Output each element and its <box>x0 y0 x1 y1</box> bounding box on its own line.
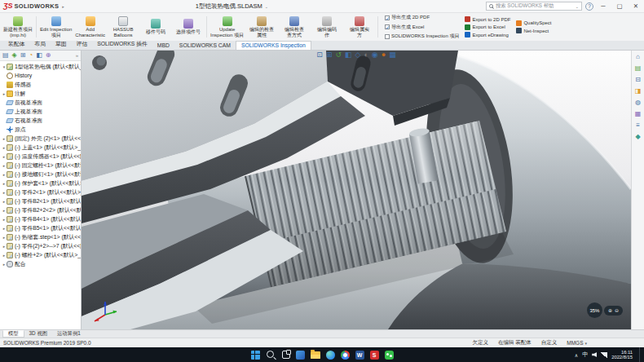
edit-attributes-button[interactable]: 编辑属实方 <box>343 14 376 40</box>
edit-inspection-project-button[interactable]: Edit Inspection项目 <box>38 14 73 40</box>
chevron-down-icon[interactable]: ⌄ <box>265 4 268 9</box>
net-inspect-button[interactable]: Net-Inspect <box>516 28 551 33</box>
maximize-button[interactable]: ▢ <box>613 0 626 12</box>
units-dropdown[interactable]: MMGS▾ <box>567 340 587 346</box>
propertymanager-icon[interactable]: ◈ <box>12 52 17 59</box>
display-style-icon[interactable]: ◐ <box>364 51 368 59</box>
tab-assembly[interactable]: 装配体 <box>3 39 29 50</box>
close-button[interactable]: ✕ <box>629 0 642 12</box>
export-edrawing-button[interactable]: Export eDrawing <box>465 32 510 38</box>
app-logo[interactable]: ƷS SOLIDWORKS ▸ <box>0 2 64 10</box>
update-inspection-project-button[interactable]: UpdateInspection 项目 <box>209 14 245 40</box>
hide-show-items-icon[interactable]: ◉ <box>372 51 378 59</box>
add-characteristic-button[interactable]: AddCharacteristic <box>73 14 107 40</box>
chrome-button[interactable] <box>341 351 350 360</box>
tab-model[interactable]: 模型 <box>2 330 24 338</box>
widgets-button[interactable] <box>296 351 305 360</box>
tree-item-front-plane[interactable]: 前视基准面 <box>0 98 81 107</box>
tree-item-component[interactable]: ▸(-) 零件2<1> (默认<<默认>_显示状态 <box>0 188 81 196</box>
tab-motion-study[interactable]: 运动算例1 <box>52 330 86 338</box>
word-button[interactable]: W <box>355 351 364 360</box>
taskbar-search-button[interactable] <box>266 350 276 360</box>
qualityspect-button[interactable]: QualitySpect <box>516 20 551 26</box>
tree-item-component[interactable]: ▸(-) 温度传感器<1> (默认<<默认>_显 <box>0 152 81 161</box>
tree-item-mates[interactable]: ▸配合 <box>0 259 81 268</box>
file-explorer-icon[interactable]: ⊟ <box>635 77 641 83</box>
tree-item-component[interactable]: ▸(-) 零件(2)+2>-->7 (默认<<默认>_ <box>0 241 81 250</box>
wechat-button[interactable] <box>385 351 394 360</box>
custom-dropdown[interactable]: 自定义 <box>541 339 558 347</box>
ime-indicator[interactable]: 中 <box>582 351 588 359</box>
checkbox-icon[interactable] <box>385 34 390 39</box>
start-button[interactable] <box>251 351 260 360</box>
design-library-icon[interactable]: ▤ <box>635 65 642 72</box>
export-2dpdf-checkbox-row[interactable]: 导出生成 2D PDF <box>385 14 459 21</box>
tab-solidworks-cam[interactable]: SOLIDWORKS CAM <box>174 42 236 50</box>
help-button[interactable]: ? <box>585 2 593 11</box>
tree-item-component[interactable]: ▸(固定) 外壳 (2)<1> (默认<<默认>_显示状 <box>0 134 81 143</box>
edit-inspection-method-button[interactable]: 编辑检查查方式 <box>278 14 311 40</box>
tree-item-component[interactable]: ▸(-) 零件B5<1> (默认<<默认>_显 <box>0 223 81 232</box>
previous-view-icon[interactable]: ↺ <box>335 51 342 59</box>
tree-item-component[interactable]: ▸(-) 固定螺栓<1> (默认<<默认>_显示状 <box>0 161 81 170</box>
tab-mbd[interactable]: MBD <box>152 42 174 50</box>
show-desktop-button[interactable] <box>639 347 642 362</box>
export-to-excel-button[interactable]: Export to Excel <box>465 24 510 30</box>
checkbox-checked-icon[interactable] <box>385 24 390 29</box>
minimize-button[interactable]: ─ <box>597 0 610 12</box>
tree-item-component[interactable]: ▸(-) 零件B2<1> (默认<<默认>_显示 <box>0 196 81 205</box>
export-excel-checkbox-row[interactable]: 导出生成 Excel <box>385 24 459 31</box>
graphics-viewport[interactable]: ⊡ ⊞ ↺ ◧ ◇ ◐ ◉ ● ▦ 35% ⊕ <box>82 51 631 329</box>
displaymanager-icon[interactable]: ◧ <box>36 52 42 59</box>
tree-item-history[interactable]: History <box>0 71 81 80</box>
tree-item-component[interactable]: ▸(-) 零件B4<1> (默认<<默认>_显 <box>0 214 81 223</box>
edit-appearance-icon[interactable]: ● <box>382 51 386 59</box>
tab-layout[interactable]: 布局 <box>29 39 51 50</box>
tree-item-right-plane[interactable]: 右视基准面 <box>0 116 81 125</box>
zoom-fit-icon[interactable]: ⊡ <box>316 51 323 59</box>
zoom-controls[interactable]: ⊕ ⊖ <box>604 306 623 316</box>
network-icon[interactable] <box>601 352 607 358</box>
inspection-manager-icon[interactable]: ⊕ <box>46 52 51 59</box>
tree-root-item[interactable]: ▾1型铠装热电偶 (默认<默认_显示状态-1 <box>0 62 81 71</box>
tree-item-annotations[interactable]: ▸注解 <box>0 89 81 98</box>
custom-properties-icon[interactable]: ≡ <box>636 122 640 129</box>
solidworks-taskbar-button[interactable]: S <box>370 351 379 360</box>
task-view-button[interactable] <box>282 351 290 359</box>
tray-overflow-chevron-icon[interactable]: ∧ <box>575 352 578 358</box>
resources-icon[interactable]: ⌂ <box>636 54 640 60</box>
volume-icon[interactable] <box>592 352 597 357</box>
scenes-icon[interactable]: ▦ <box>635 111 642 117</box>
section-view-icon[interactable]: ◧ <box>345 51 352 59</box>
zoom-out-icon[interactable]: ⊖ <box>615 307 619 313</box>
dimxpertmanager-icon[interactable]: ◔ <box>29 52 33 59</box>
checkbox-checked-icon[interactable] <box>385 15 390 20</box>
tab-evaluate[interactable]: 评估 <box>72 39 93 50</box>
tab-addins[interactable]: SOLIDWORKS 插件 <box>92 39 152 50</box>
tree-item-component[interactable]: ▸(-) 螺栓+2> (默认<<默认>_显示状 <box>0 250 81 259</box>
export-to-2dpdf-button[interactable]: Export to 2D PDF <box>465 16 510 22</box>
tree-item-component[interactable]: ▸(-) 热缩套.step<1> (默认<<默认>_ <box>0 232 81 241</box>
tab-3d-views[interactable]: 3D 视图 <box>24 330 52 338</box>
part-number-button[interactable]: 移件号码 <box>139 14 172 40</box>
apply-scene-icon[interactable]: ▦ <box>389 51 396 59</box>
balloons-button[interactable]: HASSUBBalloons <box>107 14 139 40</box>
file-explorer-button[interactable] <box>311 351 320 359</box>
select-item-button[interactable]: 选择项件号 <box>172 14 205 40</box>
tree-item-component[interactable]: ▸(-) 保护套<1> (默认<<默认>_显示状态 <box>0 179 81 188</box>
search-chevron-icon[interactable]: ⌄ <box>576 4 579 9</box>
tab-solidworks-inspection[interactable]: SOLIDWORKS Inspection <box>236 41 311 50</box>
panel-overflow-chevron-icon[interactable]: » <box>76 53 78 58</box>
tree-item-component[interactable]: ▸(-) 上盖<1> (默认<<默认>_显示状态 <box>0 143 81 152</box>
tree-item-component[interactable]: ▸(-) 零件B2+2<2> (默认<<默认>_显 <box>0 205 81 214</box>
inspection-project-checkbox-row[interactable]: SOLIDWORKS Inspection 项目 <box>385 33 459 40</box>
view-palette-icon[interactable]: ◨ <box>635 88 642 95</box>
edit-inspection-properties-button[interactable]: 编辑的检查属性 <box>245 14 278 40</box>
taskbar-clock[interactable]: 16:11 2022/8/15 <box>611 350 633 360</box>
forum-icon[interactable]: ◆ <box>635 134 640 140</box>
search-input[interactable]: 搜索 SOLIDWORKS 帮助 ⌄ <box>486 2 582 11</box>
new-inspection-project-button[interactable]: 新建检查项目(imp.hi) <box>2 14 34 40</box>
zoom-in-icon[interactable]: ⊕ <box>608 307 612 313</box>
view-orientation-icon[interactable]: ◇ <box>355 51 360 59</box>
model-canvas[interactable] <box>82 51 631 329</box>
